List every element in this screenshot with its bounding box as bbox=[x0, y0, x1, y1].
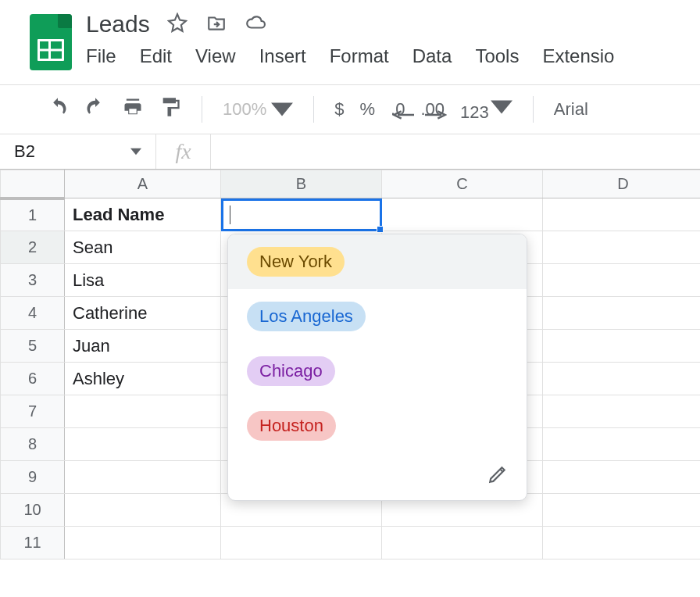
undo-icon[interactable] bbox=[47, 96, 69, 123]
chip-chicago: Chicago bbox=[247, 356, 335, 386]
cell-D2[interactable] bbox=[543, 231, 701, 264]
select-all-corner[interactable] bbox=[1, 170, 65, 198]
cell-B1[interactable]: Location bbox=[221, 198, 382, 231]
menu-view[interactable]: View bbox=[195, 45, 236, 67]
star-icon[interactable] bbox=[167, 13, 188, 36]
cell-A10[interactable] bbox=[65, 494, 221, 527]
cell-D3[interactable] bbox=[543, 264, 701, 297]
cell-D8[interactable] bbox=[543, 428, 701, 461]
col-header-D[interactable]: D bbox=[543, 170, 701, 198]
cell-C1[interactable] bbox=[382, 198, 543, 231]
name-box[interactable]: B2 bbox=[0, 134, 156, 169]
menu-file[interactable]: File bbox=[86, 45, 116, 67]
menu-tools[interactable]: Tools bbox=[475, 45, 519, 67]
row-header-7[interactable]: 7 bbox=[1, 395, 65, 428]
cell-D11[interactable] bbox=[543, 527, 701, 559]
cell-A2[interactable]: Sean bbox=[65, 231, 221, 264]
cell-A9[interactable] bbox=[65, 461, 221, 494]
cell-A4[interactable]: Catherine bbox=[65, 297, 221, 330]
chip-new-york: New York bbox=[247, 247, 345, 277]
menu-edit[interactable]: Edit bbox=[140, 45, 172, 67]
toolbar: 100% $ % .0 .00 123 Arial bbox=[47, 96, 700, 123]
cell-D9[interactable] bbox=[543, 461, 701, 494]
dropdown-option-0[interactable]: New York bbox=[228, 234, 527, 289]
cell-A11[interactable] bbox=[65, 527, 221, 559]
data-validation-dropdown: New York Los Angeles Chicago Houston bbox=[227, 234, 527, 501]
sheets-logo bbox=[30, 14, 72, 70]
row-header-10[interactable]: 10 bbox=[1, 494, 65, 527]
cell-A6[interactable]: Ashley bbox=[65, 363, 221, 395]
row-header-1[interactable]: 1 bbox=[1, 198, 65, 231]
menubar: File Edit View Insert Format Data Tools … bbox=[86, 45, 614, 67]
col-header-C[interactable]: C bbox=[382, 170, 543, 198]
dropdown-option-3[interactable]: Houston bbox=[228, 399, 527, 453]
decrease-decimal[interactable]: .0 bbox=[391, 99, 405, 120]
cell-D6[interactable] bbox=[543, 363, 701, 395]
cell-A1[interactable]: Lead Name bbox=[65, 198, 221, 231]
cell-A3[interactable]: Lisa bbox=[65, 264, 221, 297]
menu-insert[interactable]: Insert bbox=[259, 45, 306, 67]
cell-D5[interactable] bbox=[543, 330, 701, 363]
doc-title[interactable]: Leads bbox=[86, 11, 150, 38]
row-header-2[interactable]: 2 bbox=[1, 231, 65, 264]
more-formats[interactable]: 123 bbox=[460, 96, 512, 123]
dropdown-option-1[interactable]: Los Angeles bbox=[228, 289, 527, 344]
cell-D1[interactable] bbox=[543, 198, 701, 231]
chip-houston: Houston bbox=[247, 411, 336, 441]
chip-los-angeles: Los Angeles bbox=[247, 302, 366, 331]
dropdown-option-2[interactable]: Chicago bbox=[228, 344, 527, 399]
print-icon[interactable] bbox=[122, 96, 144, 123]
row-header-6[interactable]: 6 bbox=[1, 363, 65, 395]
cell-A8[interactable] bbox=[65, 428, 221, 461]
cell-A5[interactable]: Juan bbox=[65, 330, 221, 363]
move-icon[interactable] bbox=[206, 13, 227, 36]
cell-B11[interactable] bbox=[221, 527, 382, 559]
menu-data[interactable]: Data bbox=[412, 45, 452, 67]
paint-format-icon[interactable] bbox=[159, 96, 181, 123]
row-header-8[interactable]: 8 bbox=[1, 428, 65, 461]
cloud-status-icon[interactable] bbox=[245, 13, 266, 36]
cell-A7[interactable] bbox=[65, 395, 221, 428]
cell-D10[interactable] bbox=[543, 494, 701, 527]
row-header-11[interactable]: 11 bbox=[1, 527, 65, 559]
menu-extensions[interactable]: Extensio bbox=[542, 45, 614, 67]
cell-D7[interactable] bbox=[543, 395, 701, 428]
format-percent[interactable]: % bbox=[360, 99, 376, 120]
zoom-select[interactable]: 100% bbox=[223, 98, 293, 120]
row-header-9[interactable]: 9 bbox=[1, 461, 65, 494]
col-header-B[interactable]: B bbox=[221, 170, 382, 198]
format-currency[interactable]: $ bbox=[334, 99, 344, 120]
edit-pencil-icon[interactable] bbox=[488, 464, 508, 488]
menu-format[interactable]: Format bbox=[330, 45, 389, 67]
increase-decimal[interactable]: .00 bbox=[420, 99, 445, 120]
row-header-4[interactable]: 4 bbox=[1, 297, 65, 330]
cell-C11[interactable] bbox=[382, 527, 543, 559]
font-select[interactable]: Arial bbox=[554, 99, 588, 120]
fx-label: fx bbox=[156, 134, 211, 169]
row-header-5[interactable]: 5 bbox=[1, 330, 65, 363]
cell-D4[interactable] bbox=[543, 297, 701, 330]
row-header-3[interactable]: 3 bbox=[1, 264, 65, 297]
col-header-A[interactable]: A bbox=[65, 170, 221, 198]
formula-input[interactable] bbox=[211, 134, 700, 169]
redo-icon[interactable] bbox=[84, 96, 106, 123]
